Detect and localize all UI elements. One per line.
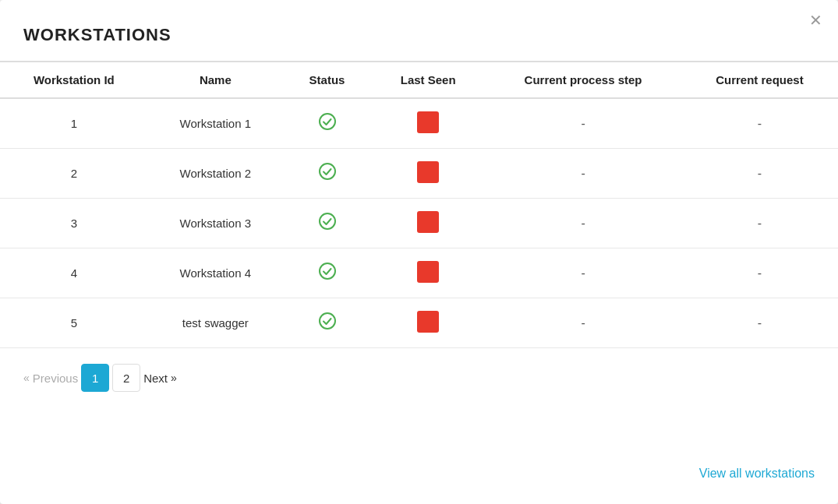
cell-name: Workstation 4 — [148, 248, 283, 298]
cell-process-step: - — [485, 248, 681, 298]
svg-point-1 — [320, 164, 335, 179]
pagination: « Previous 1 2 Next » — [0, 348, 838, 407]
view-all-button[interactable]: View all workstations — [699, 467, 815, 481]
cell-process-step: - — [485, 199, 681, 248]
cell-current-request: - — [681, 98, 838, 149]
next-chevron-icon: » — [171, 372, 177, 384]
table-header-row: Workstation Id Name Status Last Seen Cur… — [0, 62, 838, 98]
table-row: 1Workstation 1 -- — [0, 98, 838, 149]
cell-status — [283, 199, 371, 248]
checkmark-icon — [318, 117, 337, 134]
cell-last-seen — [371, 298, 485, 348]
last-seen-indicator — [417, 311, 439, 333]
svg-point-0 — [320, 114, 335, 129]
cell-process-step: - — [485, 298, 681, 348]
prev-chevron-icon: « — [23, 372, 30, 384]
cell-name: Workstation 1 — [148, 98, 283, 149]
cell-status — [283, 98, 371, 149]
col-header-last-seen: Last Seen — [371, 62, 485, 98]
col-header-name: Name — [148, 62, 283, 98]
cell-name: Workstation 2 — [148, 149, 283, 199]
cell-id: 3 — [0, 199, 148, 248]
workstations-table: Workstation Id Name Status Last Seen Cur… — [0, 61, 838, 348]
cell-current-request: - — [681, 298, 838, 348]
cell-current-request: - — [681, 149, 838, 199]
last-seen-indicator — [417, 261, 439, 283]
close-button[interactable]: ✕ — [809, 12, 822, 28]
cell-current-request: - — [681, 248, 838, 298]
cell-status — [283, 149, 371, 199]
cell-id: 1 — [0, 98, 148, 149]
page-title: WORKSTATIONS — [0, 0, 838, 61]
table-wrapper: Workstation Id Name Status Last Seen Cur… — [0, 61, 838, 348]
cell-name: test swagger — [148, 298, 283, 348]
col-header-status: Status — [283, 62, 371, 98]
checkmark-icon — [318, 316, 337, 333]
last-seen-indicator — [417, 211, 439, 233]
previous-label: Previous — [33, 372, 78, 385]
cell-id: 4 — [0, 248, 148, 298]
page-2-button[interactable]: 2 — [112, 364, 140, 392]
next-button[interactable]: Next » — [143, 372, 177, 385]
cell-last-seen — [371, 98, 485, 149]
svg-point-4 — [320, 313, 335, 329]
svg-point-2 — [320, 213, 335, 229]
cell-current-request: - — [681, 199, 838, 248]
cell-id: 2 — [0, 149, 148, 199]
checkmark-icon — [318, 266, 337, 284]
cell-id: 5 — [0, 298, 148, 348]
svg-point-3 — [320, 263, 335, 279]
last-seen-indicator — [417, 161, 439, 183]
modal-footer: View all workstations — [699, 467, 815, 481]
cell-status — [283, 298, 371, 348]
col-header-current-request: Current request — [681, 62, 838, 98]
col-header-id: Workstation Id — [0, 62, 148, 98]
cell-name: Workstation 3 — [148, 199, 283, 248]
next-label: Next — [143, 372, 168, 385]
modal-container: ✕ WORKSTATIONS Workstation Id Name Statu… — [0, 0, 838, 504]
cell-last-seen — [371, 248, 485, 298]
cell-last-seen — [371, 199, 485, 248]
table-row: 3Workstation 3 -- — [0, 199, 838, 248]
cell-status — [283, 248, 371, 298]
checkmark-icon — [318, 217, 337, 234]
last-seen-indicator — [417, 111, 439, 133]
cell-process-step: - — [485, 98, 681, 149]
cell-last-seen — [371, 149, 485, 199]
table-row: 4Workstation 4 -- — [0, 248, 838, 298]
table-row: 2Workstation 2 -- — [0, 149, 838, 199]
page-1-button[interactable]: 1 — [81, 364, 109, 392]
cell-process-step: - — [485, 149, 681, 199]
table-row: 5test swagger -- — [0, 298, 838, 348]
col-header-process-step: Current process step — [485, 62, 681, 98]
checkmark-icon — [318, 167, 337, 184]
previous-button[interactable]: « Previous — [23, 372, 78, 385]
